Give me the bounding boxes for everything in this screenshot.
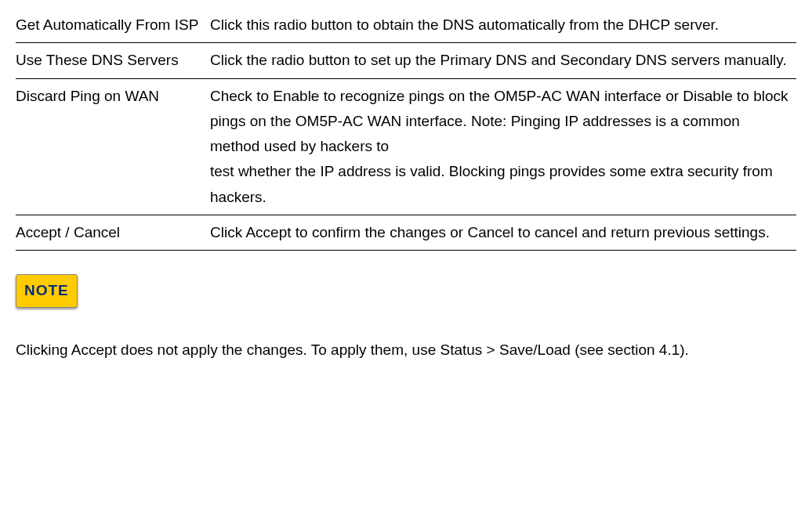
row-desc: Click Accept to confirm the changes or C… xyxy=(210,215,796,251)
table-row: Accept / Cancel Click Accept to confirm … xyxy=(16,215,796,251)
row-label: Discard Ping on WAN xyxy=(16,78,210,215)
table-row: Get Automatically From ISP Click this ra… xyxy=(16,8,796,43)
note-text: Clicking Accept does not apply the chang… xyxy=(16,338,796,363)
note-badge: NOTE xyxy=(16,274,78,307)
row-label: Use These DNS Servers xyxy=(16,43,210,78)
row-desc: Check to Enable to recognize pings on th… xyxy=(210,78,796,215)
row-desc: Click the radio button to set up the Pri… xyxy=(210,43,796,78)
row-label: Get Automatically From ISP xyxy=(16,8,210,43)
table-row: Discard Ping on WAN Check to Enable to r… xyxy=(16,78,796,215)
settings-table: Get Automatically From ISP Click this ra… xyxy=(16,8,796,251)
row-desc: Click this radio button to obtain the DN… xyxy=(210,8,796,43)
table-row: Use These DNS Servers Click the radio bu… xyxy=(16,43,796,78)
row-label: Accept / Cancel xyxy=(16,215,210,251)
